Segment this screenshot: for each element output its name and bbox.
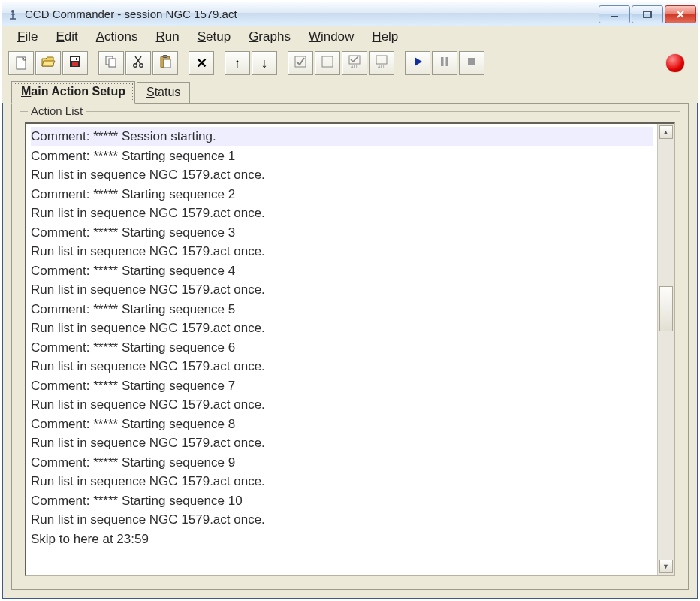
list-item[interactable]: Comment: ***** Starting sequence 2 bbox=[31, 185, 653, 204]
floppy-icon bbox=[68, 54, 83, 72]
tb-save[interactable] bbox=[62, 51, 88, 75]
delete-icon: ✕ bbox=[196, 55, 207, 71]
list-item[interactable]: Run list in sequence NGC 1579.act once. bbox=[31, 280, 653, 300]
minimize-button[interactable] bbox=[599, 5, 630, 23]
svg-rect-15 bbox=[109, 59, 116, 67]
list-item[interactable]: Comment: ***** Starting sequence 3 bbox=[31, 223, 653, 243]
scroll-down-button[interactable]: ▼ bbox=[659, 560, 673, 573]
svg-marker-29 bbox=[415, 57, 422, 66]
list-item[interactable]: Comment: ***** Starting sequence 8 bbox=[31, 415, 653, 434]
tb-pause[interactable] bbox=[432, 51, 457, 75]
svg-rect-11 bbox=[71, 57, 79, 61]
scroll-up-button[interactable]: ▲ bbox=[659, 125, 673, 139]
list-item[interactable]: Run list in sequence NGC 1579.act once. bbox=[31, 395, 653, 415]
uncheck-icon bbox=[320, 54, 335, 72]
check-icon bbox=[293, 54, 308, 72]
toolbar: ✕ ↑ ↓ ALL ALL bbox=[2, 47, 698, 79]
scroll-track[interactable] bbox=[659, 139, 673, 560]
maximize-button[interactable] bbox=[632, 5, 663, 23]
status-indicator bbox=[666, 54, 684, 72]
list-item[interactable]: Comment: ***** Starting sequence 4 bbox=[31, 261, 653, 281]
menu-run[interactable]: Run bbox=[148, 28, 186, 46]
svg-rect-5 bbox=[644, 11, 651, 17]
scissors-icon bbox=[131, 54, 146, 72]
list-item[interactable]: Run list in sequence NGC 1579.act once. bbox=[31, 472, 653, 491]
action-list-group: Action List Comment: ***** Session start… bbox=[20, 111, 680, 581]
action-list[interactable]: Comment: ***** Session starting.Comment:… bbox=[26, 124, 657, 575]
tb-check-all[interactable]: ALL bbox=[342, 51, 367, 75]
pause-icon bbox=[437, 54, 452, 72]
list-item[interactable]: Comment: ***** Starting sequence 5 bbox=[31, 300, 653, 319]
list-item[interactable]: Comment: ***** Starting sequence 10 bbox=[31, 491, 653, 511]
clipboard-icon bbox=[158, 54, 173, 72]
svg-line-18 bbox=[136, 56, 141, 64]
svg-rect-4 bbox=[611, 16, 618, 17]
list-item[interactable]: Comment: ***** Starting sequence 1 bbox=[31, 146, 653, 166]
svg-text:ALL: ALL bbox=[351, 65, 359, 69]
menu-actions[interactable]: Actions bbox=[89, 28, 146, 46]
tb-copy[interactable] bbox=[98, 51, 124, 75]
list-item[interactable]: Comment: ***** Starting sequence 9 bbox=[31, 453, 653, 473]
tab-status[interactable]: Status bbox=[137, 82, 190, 104]
tb-cut[interactable] bbox=[125, 51, 151, 75]
menu-edit[interactable]: Edit bbox=[48, 28, 85, 46]
svg-rect-24 bbox=[322, 56, 333, 67]
list-item[interactable]: Run list in sequence NGC 1579.act once. bbox=[31, 204, 653, 223]
folder-open-icon bbox=[41, 54, 56, 72]
list-item[interactable]: Run list in sequence NGC 1579.act once. bbox=[31, 510, 653, 530]
tb-delete[interactable]: ✕ bbox=[189, 51, 214, 75]
menu-window[interactable]: Window bbox=[301, 28, 361, 46]
list-item[interactable]: Comment: ***** Session starting. bbox=[31, 127, 653, 146]
vertical-scrollbar[interactable]: ▲ ▼ bbox=[657, 124, 674, 575]
check-all-icon: ALL bbox=[347, 54, 362, 72]
tab-main-action-setup[interactable]: Main Action Setup bbox=[11, 81, 135, 104]
arrow-down-icon: ↓ bbox=[261, 56, 268, 71]
action-list-label: Action List bbox=[28, 104, 86, 117]
list-item[interactable]: Run list in sequence NGC 1579.act once. bbox=[31, 242, 653, 261]
list-item[interactable]: Skip to here at 23:59 bbox=[31, 530, 653, 549]
svg-rect-32 bbox=[468, 58, 475, 65]
list-item[interactable]: Run list in sequence NGC 1579.act once. bbox=[31, 165, 653, 185]
app-window: CCD Commander - session NGC 1579.act Fil… bbox=[2, 2, 698, 599]
uncheck-all-icon: ALL bbox=[374, 54, 389, 72]
svg-text:ALL: ALL bbox=[378, 65, 386, 69]
list-item[interactable]: Run list in sequence NGC 1579.act once. bbox=[31, 357, 653, 376]
tb-uncheck[interactable] bbox=[315, 51, 340, 75]
tb-run[interactable] bbox=[405, 51, 430, 75]
menu-setup[interactable]: Setup bbox=[190, 28, 238, 46]
svg-line-19 bbox=[135, 56, 140, 64]
svg-rect-13 bbox=[76, 58, 77, 60]
list-item[interactable]: Comment: ***** Starting sequence 7 bbox=[31, 376, 653, 396]
play-icon bbox=[410, 54, 425, 72]
svg-point-17 bbox=[140, 64, 143, 68]
menubar: File Edit Actions Run Setup Graphs Windo… bbox=[2, 26, 698, 47]
tab-page: Action List Comment: ***** Session start… bbox=[11, 103, 689, 590]
close-button[interactable] bbox=[665, 5, 696, 23]
svg-rect-27 bbox=[376, 56, 387, 64]
tb-stop[interactable] bbox=[459, 51, 484, 75]
tb-paste[interactable] bbox=[152, 51, 178, 75]
arrow-up-icon: ↑ bbox=[234, 56, 241, 71]
menu-file[interactable]: File bbox=[10, 28, 45, 46]
action-list-frame: Comment: ***** Session starting.Comment:… bbox=[25, 122, 675, 576]
tb-move-down[interactable]: ↓ bbox=[252, 51, 277, 75]
menu-graphs[interactable]: Graphs bbox=[241, 28, 298, 46]
svg-rect-21 bbox=[163, 56, 167, 58]
scroll-thumb[interactable] bbox=[659, 286, 673, 331]
tb-new[interactable] bbox=[8, 51, 34, 75]
titlebar[interactable]: CCD Commander - session NGC 1579.act bbox=[2, 2, 698, 26]
copy-icon bbox=[104, 54, 119, 72]
tb-uncheck-all[interactable]: ALL bbox=[369, 51, 394, 75]
svg-point-16 bbox=[134, 64, 137, 68]
list-item[interactable]: Run list in sequence NGC 1579.act once. bbox=[31, 433, 653, 453]
menu-help[interactable]: Help bbox=[364, 28, 406, 46]
tb-check[interactable] bbox=[288, 51, 313, 75]
app-icon bbox=[7, 8, 19, 20]
svg-rect-22 bbox=[164, 59, 170, 68]
tb-move-up[interactable]: ↑ bbox=[225, 51, 250, 75]
list-item[interactable]: Comment: ***** Starting sequence 6 bbox=[31, 338, 653, 358]
tb-open[interactable] bbox=[35, 51, 61, 75]
list-item[interactable]: Run list in sequence NGC 1579.act once. bbox=[31, 319, 653, 338]
svg-rect-31 bbox=[446, 57, 449, 66]
tabs: Main Action Setup Status bbox=[2, 79, 698, 103]
